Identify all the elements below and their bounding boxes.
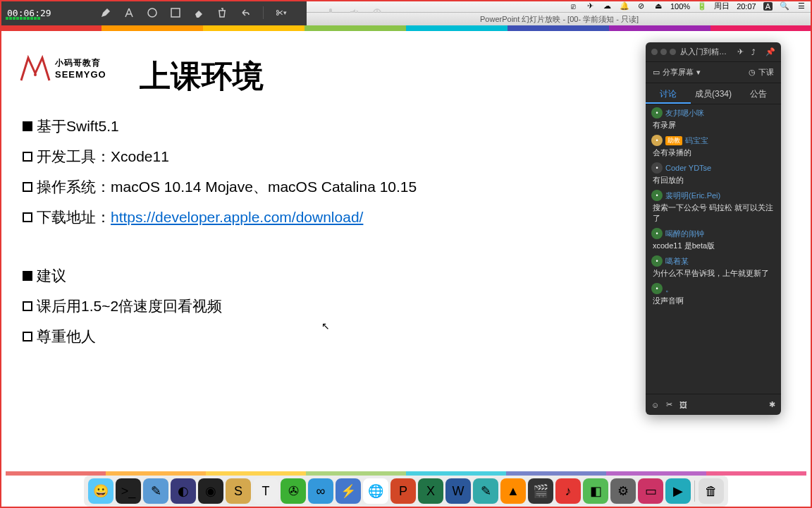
- cloud-icon[interactable]: ☁: [603, 2, 613, 11]
- color-strip-top: [0, 25, 812, 31]
- dock-app[interactable]: 🎬: [528, 478, 553, 504]
- circle-icon[interactable]: [147, 7, 158, 18]
- input-method[interactable]: A: [763, 2, 773, 11]
- chat-message: •助教码宝宝会有录播的: [651, 135, 775, 158]
- dock-app[interactable]: ▲: [500, 478, 526, 504]
- timer-icon: ◷: [749, 68, 756, 77]
- eraser-icon[interactable]: [193, 7, 204, 18]
- spotlight-icon[interactable]: 🔍: [780, 2, 789, 11]
- text-icon[interactable]: [123, 7, 135, 18]
- pin-icon[interactable]: 📌: [765, 47, 775, 56]
- end-class-button[interactable]: ◷ 下课: [749, 67, 774, 78]
- square-icon[interactable]: [170, 7, 181, 18]
- pen-icon[interactable]: [100, 7, 111, 18]
- screen-icon: ▭: [653, 68, 660, 77]
- dock-app[interactable]: ▶: [665, 478, 691, 504]
- share-screen-button[interactable]: ▭ 分享屏幕 ▾: [653, 67, 701, 78]
- dock-app[interactable]: ◐: [171, 478, 196, 504]
- recorder-toolbar: 00:06:29 ▾: [0, 0, 307, 25]
- trash-icon[interactable]: [216, 7, 228, 18]
- chat-tab[interactable]: 讨论: [646, 83, 691, 104]
- slide-bullet-row: 课后用1.5~2倍速度回看视频: [23, 292, 623, 321]
- cursor-icon: ↖: [321, 320, 330, 332]
- svg-point-0: [148, 8, 156, 17]
- slide-title: 上课环境: [140, 56, 264, 97]
- bell-icon[interactable]: 🔔: [620, 2, 629, 11]
- svg-point-2: [276, 11, 278, 13]
- download-link[interactable]: https://developer.apple.com/download/: [111, 209, 363, 225]
- dock-app[interactable]: ◧: [583, 478, 608, 504]
- dock-app[interactable]: ▭: [638, 478, 663, 504]
- screenrec-icon[interactable]: ⎚: [569, 2, 579, 11]
- menubar-time[interactable]: 20:07: [737, 2, 756, 11]
- svg-point-3: [276, 13, 278, 16]
- image-icon[interactable]: 🖼: [679, 401, 687, 409]
- dock-app[interactable]: W: [445, 478, 471, 504]
- undo-icon[interactable]: [240, 7, 251, 18]
- menu-icon[interactable]: ☰: [796, 2, 806, 11]
- battery-icon[interactable]: 🔋: [697, 2, 707, 11]
- chat-tab[interactable]: 成员(334): [691, 83, 736, 104]
- dock-app[interactable]: T: [253, 478, 278, 504]
- emoji-icon[interactable]: ☺: [651, 401, 659, 409]
- dock-trash[interactable]: 🗑: [699, 478, 724, 504]
- scissors-icon[interactable]: ▾: [276, 7, 287, 18]
- chat-message: •。没声音啊: [651, 283, 775, 306]
- svg-point-6: [34, 73, 37, 76]
- share-icon[interactable]: ⤴: [751, 48, 761, 56]
- menubar-day[interactable]: 周日: [714, 1, 730, 11]
- plane-icon[interactable]: ✈: [586, 2, 596, 11]
- dock-app[interactable]: ∞: [308, 478, 333, 504]
- dock: 😀>_✎◐◉ST✇∞⚡🌐PXW✎▲🎬♪◧⚙▭▶🗑: [84, 476, 728, 507]
- logo-text-en: SEEMYGO: [55, 69, 106, 80]
- logo-text-cn: 小码哥教育: [55, 57, 106, 69]
- svg-rect-1: [171, 8, 180, 17]
- chat-message: •友邦嗯小咪有录屏: [651, 107, 775, 131]
- chat-message: •Coder YDTse有回放的: [651, 162, 775, 186]
- chat-tabs: 讨论成员(334)公告: [646, 83, 781, 104]
- gear-icon[interactable]: ✱: [769, 400, 775, 409]
- dock-app[interactable]: P: [390, 478, 416, 504]
- dock-app[interactable]: >_: [116, 478, 141, 504]
- slide-bullet-row: 基于Swift5.1: [23, 112, 623, 141]
- traffic-lights[interactable]: [651, 49, 676, 55]
- dock-app[interactable]: 🌐: [363, 478, 388, 504]
- dock-app[interactable]: ✎: [143, 478, 168, 504]
- dock-app[interactable]: ✎: [473, 478, 498, 504]
- chat-messages[interactable]: •友邦嗯小咪有录屏•助教码宝宝会有录播的•Coder YDTse有回放的•裴明明…: [646, 104, 781, 394]
- slide-bullet-row: 建议: [23, 262, 623, 291]
- chat-tools: ▭ 分享屏幕 ▾ ◷ 下课: [646, 62, 781, 83]
- battery-pct[interactable]: 100%: [670, 2, 690, 11]
- dock-app[interactable]: X: [418, 478, 443, 504]
- wifi-icon[interactable]: ⊘: [636, 2, 646, 11]
- plane-icon[interactable]: ✈: [737, 47, 747, 56]
- dock-app[interactable]: 😀: [88, 478, 113, 504]
- chat-message: •裴明明(Eric.Pei)搜索一下公众号 码拉松 就可以关注了: [651, 190, 775, 224]
- dock-app[interactable]: ✇: [281, 478, 306, 504]
- chat-tab[interactable]: 公告: [736, 83, 781, 104]
- chat-panel: 从入门到精… ✈ ⤴ 📌 ▭ 分享屏幕 ▾ ◷ 下课 讨论成员(334)公告 •…: [646, 42, 781, 415]
- dock-app[interactable]: ⚙: [610, 478, 636, 504]
- chat-message: •喝醉的闹钟xcode11 是beta版: [651, 228, 775, 251]
- dock-app[interactable]: S: [226, 478, 251, 504]
- eject-icon[interactable]: ⏏: [653, 2, 663, 11]
- chevron-down-icon: ▾: [696, 68, 701, 77]
- slide-bullet-row: 操作系统：macOS 10.14 Mojave、macOS Catalina 1…: [23, 173, 623, 202]
- slide-content: 基于Swift5.1开发工具：Xcode11操作系统：macOS 10.14 M…: [23, 112, 623, 353]
- chat-header: 从入门到精… ✈ ⤴ 📌: [646, 42, 781, 62]
- chat-footer: ☺ ✂ 🖼 ✱: [646, 394, 781, 415]
- window-title: PowerPoint 幻灯片放映 - [00- 学前须知 - 只读]: [307, 13, 812, 25]
- dock-app[interactable]: ⚡: [336, 478, 361, 504]
- logo: 小码哥教育 SEEMYGO: [18, 54, 106, 83]
- slide-bullet-row: 开发工具：Xcode11: [23, 143, 623, 171]
- chat-title: 从入门到精…: [680, 47, 733, 57]
- logo-mark-icon: [18, 54, 52, 83]
- chat-message: •噶着某为什么不早告诉我，上午就更新了: [651, 255, 775, 279]
- dock-app[interactable]: ◉: [198, 478, 223, 504]
- dock-app[interactable]: ♪: [555, 478, 581, 504]
- scissors-icon[interactable]: ✂: [666, 400, 672, 409]
- slide-bullet-row: 下载地址：https://developer.apple.com/downloa…: [23, 203, 623, 232]
